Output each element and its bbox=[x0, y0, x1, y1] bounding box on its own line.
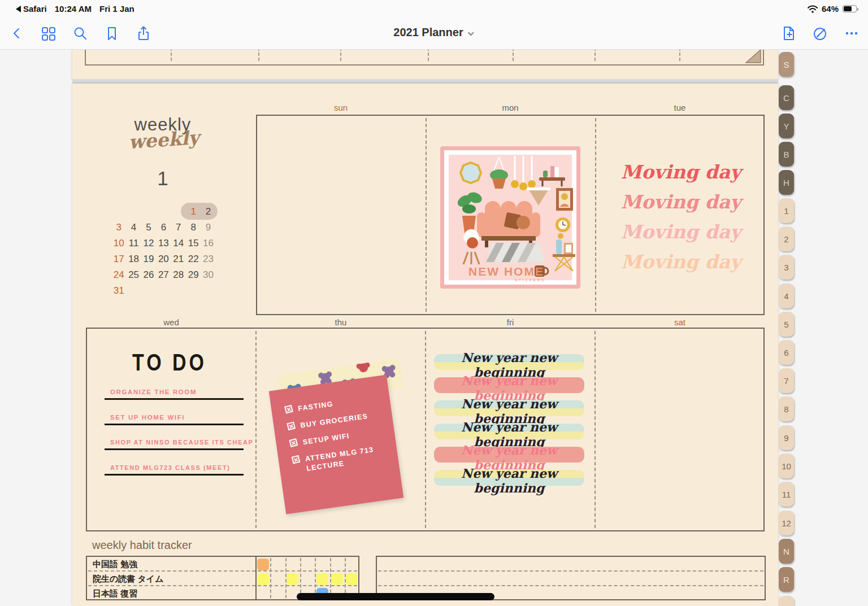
pencil-circle-icon bbox=[811, 25, 828, 42]
page-tab-4[interactable]: 4 bbox=[779, 284, 794, 308]
column-divider bbox=[513, 50, 514, 61]
bookmark-button[interactable] bbox=[102, 23, 122, 43]
calendar-day: 18 bbox=[126, 251, 141, 267]
page-tab-2[interactable]: 2 bbox=[779, 226, 794, 251]
page-tab-8[interactable]: 8 bbox=[779, 396, 794, 421]
back-button[interactable] bbox=[7, 23, 27, 43]
horizontal-scrollbar[interactable] bbox=[297, 593, 494, 600]
calendar-day: 22 bbox=[186, 251, 201, 267]
checked-checkbox-icon: ✕ bbox=[287, 421, 296, 430]
calendar-day: 15 bbox=[186, 236, 201, 251]
moving-day-line: Moving day bbox=[610, 188, 752, 218]
calendar-day: 10 bbox=[111, 236, 126, 251]
moving-day-line: Moving day bbox=[610, 218, 752, 248]
page-tab-H[interactable]: H bbox=[779, 170, 794, 195]
new-year-line: New year new beginning bbox=[434, 446, 584, 463]
calendar-day: 5 bbox=[141, 220, 156, 236]
document-title-dropdown[interactable]: 2021 Planner bbox=[393, 26, 474, 39]
sticker-subtitle: STICKERS bbox=[515, 278, 545, 282]
page-tab-R[interactable]: R bbox=[779, 567, 794, 592]
add-page-button[interactable] bbox=[778, 23, 798, 43]
calendar-day: 23 bbox=[201, 251, 215, 267]
calendar-day bbox=[186, 283, 201, 299]
page-tab-1[interactable]: 1 bbox=[779, 198, 794, 223]
edit-mode-button[interactable] bbox=[810, 23, 830, 43]
page-tab-S[interactable]: S bbox=[779, 52, 794, 77]
habit-mark-yellow bbox=[316, 573, 328, 585]
page-tab-N[interactable]: N bbox=[779, 539, 794, 564]
new-year-line: New year new beginning bbox=[434, 377, 584, 394]
more-options-button[interactable] bbox=[841, 23, 862, 43]
back-to-app-link[interactable]: Safari bbox=[16, 4, 47, 14]
calendar-day: 28 bbox=[171, 267, 186, 283]
page-tab-9[interactable]: 9 bbox=[779, 425, 794, 450]
calendar-day bbox=[126, 283, 141, 299]
sticky-note-paper: ✕FASTING✕BUY GROCERIES✕SETUP WIFI✕ATTEND… bbox=[269, 374, 404, 514]
page-tab-6[interactable]: 6 bbox=[779, 340, 794, 365]
calendar-day: 31 bbox=[111, 283, 126, 299]
calendar-day bbox=[171, 204, 186, 220]
day-label-wed: wed bbox=[163, 317, 179, 327]
day-label-sun: sun bbox=[334, 103, 348, 112]
new-year-line: New year new beginning bbox=[434, 469, 584, 486]
habit-row-label: 院生の読書 タイム bbox=[93, 572, 164, 586]
share-icon bbox=[136, 25, 151, 41]
habit-mark-yellow bbox=[257, 573, 269, 585]
calendar-day bbox=[201, 283, 215, 299]
checked-checkbox-icon: ✕ bbox=[284, 405, 293, 414]
bookmark-icon bbox=[104, 25, 120, 41]
day-label-sat: sat bbox=[674, 317, 685, 327]
share-button[interactable] bbox=[133, 23, 154, 43]
page-tab-B[interactable]: B bbox=[779, 142, 794, 167]
calendar-day: 13 bbox=[156, 236, 171, 251]
calendar-day: 12 bbox=[141, 236, 156, 251]
calendar-day: 6 bbox=[156, 220, 171, 236]
checked-checkbox-icon: ✕ bbox=[289, 438, 298, 447]
column-divider bbox=[340, 50, 341, 61]
new-home-sticker: NEW HOME STICKERS bbox=[440, 146, 581, 289]
page-tab-Y[interactable]: Y bbox=[779, 114, 794, 138]
sticky-note-item-text: SETUP WIFI bbox=[302, 431, 350, 447]
page-tab-5[interactable]: 5 bbox=[779, 312, 794, 337]
calendar-day: 20 bbox=[156, 251, 171, 267]
calendar-day bbox=[171, 283, 186, 299]
page-tab-12[interactable]: 12 bbox=[779, 511, 794, 535]
page-tab-C[interactable]: C bbox=[779, 85, 794, 110]
column-divider bbox=[171, 50, 172, 61]
calendar-day: 30 bbox=[201, 267, 215, 283]
calendar-day bbox=[156, 283, 171, 299]
page-tab-3[interactable]: 3 bbox=[779, 255, 794, 280]
calendar-day bbox=[141, 283, 156, 299]
chevron-down-icon bbox=[468, 30, 475, 37]
chevron-left-icon bbox=[9, 25, 25, 41]
page-tab-7[interactable]: 7 bbox=[779, 368, 794, 393]
habit-tracker-title: weekly habit tracker bbox=[92, 539, 192, 552]
calendar-day: 11 bbox=[126, 236, 141, 251]
top-chrome: Safari 10:24 AM Fri 1 Jan 64% bbox=[0, 0, 868, 50]
tracker-column-divider bbox=[315, 558, 316, 598]
sticky-note-item-text: BUY GROCERIES bbox=[300, 412, 368, 431]
page-tab-11[interactable]: 11 bbox=[779, 482, 794, 507]
day-label-tue: tue bbox=[674, 103, 686, 112]
search-button[interactable] bbox=[70, 23, 90, 43]
page-tab-partial[interactable] bbox=[779, 596, 794, 606]
calendar-day: 29 bbox=[186, 267, 201, 283]
ellipsis-icon bbox=[843, 25, 860, 42]
wifi-icon bbox=[808, 5, 818, 13]
battery-percent: 64% bbox=[822, 4, 839, 14]
sticky-note-item: ✕ATTEND MLG 713 LECTURE bbox=[292, 443, 388, 476]
mini-calendar: 1234567891011121314151617181920212223242… bbox=[111, 204, 216, 299]
calendar-day: 21 bbox=[171, 251, 186, 267]
moving-day-line: Moving day bbox=[610, 248, 752, 278]
grid-icon bbox=[40, 25, 57, 42]
habit-mark-yellow bbox=[346, 573, 358, 585]
calendar-day: 16 bbox=[201, 236, 215, 251]
status-bar: Safari 10:24 AM Fri 1 Jan 64% bbox=[0, 0, 868, 17]
back-to-app-icon bbox=[16, 6, 21, 12]
thumbnails-button[interactable] bbox=[38, 23, 58, 43]
calendar-day: 3 bbox=[111, 220, 126, 236]
status-date: Fri 1 Jan bbox=[99, 4, 134, 14]
calendar-day: 2 bbox=[201, 204, 215, 220]
habit-mark-orange bbox=[257, 559, 269, 570]
page-tab-10[interactable]: 10 bbox=[779, 454, 794, 478]
